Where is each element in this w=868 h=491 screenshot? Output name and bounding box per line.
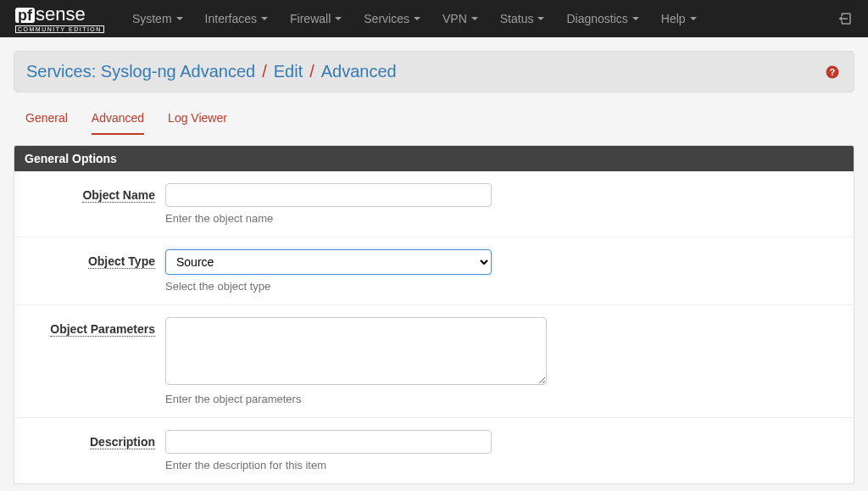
tab-log-viewer[interactable]: Log Viewer	[168, 111, 227, 135]
breadcrumb-advanced[interactable]: Advanced	[321, 62, 397, 81]
breadcrumb-edit[interactable]: Edit	[274, 62, 303, 81]
nav-item-status[interactable]: Status	[491, 7, 554, 31]
nav-item-vpn[interactable]: VPN	[433, 7, 487, 31]
nav-item-firewall[interactable]: Firewall	[281, 7, 351, 31]
object-type-select[interactable]: Source	[165, 249, 492, 275]
nav-item-diagnostics[interactable]: Diagnostics	[557, 7, 648, 31]
top-navbar: pfsense COMMUNITY EDITION System Interfa…	[0, 0, 868, 37]
nav-item-system[interactable]: System	[123, 7, 192, 31]
chevron-down-icon	[176, 17, 183, 20]
row-object-parameters: Object Parameters Enter the object param…	[14, 304, 854, 417]
logout-icon[interactable]	[837, 11, 853, 26]
help-object-type: Select the object type	[165, 280, 564, 293]
chevron-down-icon	[537, 17, 544, 20]
tab-advanced[interactable]: Advanced	[92, 111, 144, 135]
chevron-down-icon	[632, 17, 639, 20]
chevron-down-icon	[335, 17, 342, 20]
chevron-down-icon	[471, 17, 478, 20]
nav-links: System Interfaces Firewall Services VPN …	[123, 7, 837, 31]
breadcrumb: Services: Syslog-ng Advanced / Edit / Ad…	[26, 62, 397, 81]
nav-item-services[interactable]: Services	[354, 7, 430, 31]
chevron-down-icon	[690, 17, 697, 20]
object-name-input[interactable]	[165, 183, 492, 207]
row-object-type: Object Type Source Select the object typ…	[14, 237, 854, 304]
nav-item-help[interactable]: Help	[652, 7, 706, 31]
label-object-name: Object Name	[14, 183, 165, 225]
nav-item-interfaces[interactable]: Interfaces	[196, 7, 277, 31]
row-object-name: Object Name Enter the object name	[14, 171, 854, 237]
brand-prefix: pf	[15, 8, 35, 23]
label-description: Description	[14, 430, 165, 471]
label-object-type: Object Type	[14, 249, 165, 293]
brand-name: sense	[36, 5, 86, 24]
breadcrumb-sep: /	[262, 62, 267, 81]
svg-text:?: ?	[830, 66, 835, 76]
brand-logo[interactable]: pfsense COMMUNITY EDITION	[15, 5, 104, 33]
brand-subtitle: COMMUNITY EDITION	[15, 25, 104, 33]
chevron-down-icon	[261, 17, 268, 20]
help-icon[interactable]: ?	[825, 64, 840, 80]
row-description: Description Enter the description for th…	[14, 417, 854, 483]
chevron-down-icon	[414, 17, 420, 20]
object-parameters-textarea[interactable]	[165, 317, 547, 385]
panel-heading: General Options	[14, 146, 854, 171]
page-title-bar: Services: Syslog-ng Advanced / Edit / Ad…	[14, 51, 854, 92]
tab-bar: General Advanced Log Viewer	[25, 111, 854, 135]
breadcrumb-sep: /	[309, 62, 314, 81]
help-object-name: Enter the object name	[165, 212, 564, 225]
breadcrumb-root[interactable]: Services: Syslog-ng Advanced	[26, 62, 255, 81]
label-object-parameters: Object Parameters	[14, 317, 165, 405]
general-options-panel: General Options Object Name Enter the ob…	[14, 145, 854, 484]
tab-general[interactable]: General	[25, 111, 68, 135]
help-description: Enter the description for this item	[165, 459, 564, 471]
description-input[interactable]	[165, 430, 492, 454]
help-object-parameters: Enter the object parameters	[165, 393, 564, 405]
